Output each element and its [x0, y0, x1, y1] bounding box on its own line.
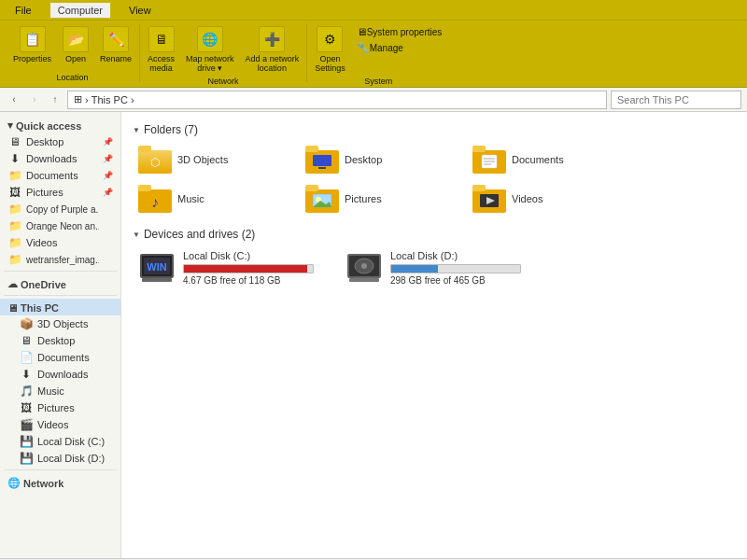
svg-rect-7: [318, 167, 326, 169]
sidebar-item-3dobjects[interactable]: 📦 3D Objects: [0, 315, 120, 332]
pin-icon-4: 📌: [103, 188, 113, 197]
svg-rect-15: [138, 185, 151, 191]
network-group-label: Network: [208, 77, 239, 86]
svg-rect-23: [472, 185, 486, 191]
sidebar-item-orange-neon[interactable]: 📁 Orange Neon an...: [0, 217, 120, 234]
sidebar-item-pc-documents[interactable]: 📄 Documents: [0, 349, 120, 366]
svg-point-34: [361, 263, 367, 269]
sidebar-item-local-d[interactable]: 💾 Local Disk (D:): [0, 450, 120, 467]
sidebar-item-videos[interactable]: 📁 Videos: [0, 234, 120, 251]
this-pc-section[interactable]: 🖥 This PC: [0, 299, 120, 315]
sidebar-item-pc-music[interactable]: 🎵 Music: [0, 383, 120, 399]
pictures-icon: 🖼: [7, 186, 22, 199]
drive-c-icon: 💾: [19, 435, 34, 448]
folder-documents-icon: [472, 146, 506, 174]
folder-3d-icon: ⬡: [138, 146, 172, 174]
svg-rect-6: [313, 155, 331, 166]
add-network-button[interactable]: ➕ Add a networklocation: [242, 24, 303, 75]
drive-c-bar-container: [183, 264, 314, 273]
sidebar: ▾ Quick access 🖥 Desktop 📌 ⬇ Downloads 📌…: [0, 112, 121, 558]
downloads-icon-2: ⬇: [19, 368, 34, 381]
folder-item-3dobjects[interactable]: ⬡ 3D Objects: [133, 142, 296, 177]
folder-pictures-icon: [305, 185, 339, 213]
drives-section-header: Devices and drives (2): [133, 228, 736, 241]
open-settings-button[interactable]: ⚙ OpenSettings: [311, 24, 349, 75]
ribbon-network-group: 🖥 Accessmedia 🌐 Map networkdrive ▾ ➕ Add…: [140, 24, 307, 82]
ribbon-location-group: 📋 Properties 📂 Open ✏️ Rename Location: [6, 24, 140, 82]
videos-icon: 📁: [7, 236, 22, 249]
sidebar-item-pictures[interactable]: 🖼 Pictures 📌: [0, 184, 120, 201]
properties-button[interactable]: 📋 Properties: [9, 24, 55, 65]
network-section[interactable]: 🌐 Network: [0, 473, 120, 491]
up-button[interactable]: ↑: [47, 91, 63, 108]
access-media-button[interactable]: 🖥 Accessmedia: [144, 24, 178, 75]
pin-icon-3: 📌: [103, 171, 113, 180]
sidebar-item-downloads[interactable]: ⬇ Downloads 📌: [0, 150, 120, 167]
folder-icon-2: 📁: [7, 219, 22, 232]
search-input[interactable]: [611, 91, 741, 109]
manage-button[interactable]: 🔧 Manage: [353, 40, 446, 56]
music-icon: 🎵: [19, 385, 34, 398]
main-layout: ▾ Quick access 🖥 Desktop 📌 ⬇ Downloads 📌…: [0, 112, 747, 558]
back-button[interactable]: ‹: [6, 91, 22, 108]
drive-item-c[interactable]: WIN Local Disk (C:) 4.67 GB free of 118 …: [133, 246, 329, 289]
folder-item-videos[interactable]: Videos: [467, 181, 630, 217]
folder-item-pictures[interactable]: Pictures: [300, 181, 463, 217]
svg-rect-2: [138, 146, 151, 152]
sidebar-item-pc-pictures[interactable]: 🖼 Pictures: [0, 399, 120, 416]
tab-view[interactable]: View: [121, 3, 159, 18]
svg-rect-35: [349, 278, 379, 282]
drive-d-icon: 💾: [19, 452, 34, 465]
tab-computer[interactable]: Computer: [50, 3, 110, 18]
folder-item-desktop[interactable]: Desktop: [300, 142, 463, 177]
rename-button[interactable]: ✏️ Rename: [96, 24, 135, 65]
address-path[interactable]: ⊞ › This PC ›: [67, 91, 607, 109]
content-area: Folders (7) ⬡ 3D Objects: [121, 112, 747, 558]
open-button[interactable]: 📂 Open: [59, 24, 92, 65]
sidebar-item-pc-videos[interactable]: 🎬 Videos: [0, 416, 120, 433]
svg-text:WIN: WIN: [147, 261, 166, 273]
computer-icon: 🖥: [7, 302, 18, 314]
chevron-down-icon: ▾: [7, 119, 13, 132]
quick-access-section: ▾ Quick access: [0, 116, 120, 133]
sidebar-item-desktop[interactable]: 🖥 Desktop 📌: [0, 133, 120, 150]
sidebar-item-local-c[interactable]: 💾 Local Disk (C:): [0, 433, 120, 450]
folder-icon: 📁: [7, 203, 22, 216]
sidebar-item-pc-downloads[interactable]: ⬇ Downloads: [0, 366, 120, 383]
path-this-pc: This PC: [92, 94, 128, 105]
folder-item-music[interactable]: ♪ Music: [133, 181, 296, 217]
properties-icon: 📋: [20, 26, 46, 52]
pictures-icon-2: 🖼: [19, 401, 34, 414]
map-network-button[interactable]: 🌐 Map networkdrive ▾: [182, 24, 238, 75]
svg-rect-18: [305, 185, 318, 191]
forward-button[interactable]: ›: [26, 91, 43, 108]
settings-icon: ⚙: [317, 26, 343, 52]
svg-rect-5: [305, 146, 318, 152]
onedrive-section[interactable]: ☁ OneDrive: [0, 274, 120, 292]
svg-rect-30: [142, 278, 172, 282]
sidebar-divider-3: [4, 469, 117, 470]
system-properties-button[interactable]: 🖥 System properties: [353, 24, 446, 39]
map-network-icon: 🌐: [197, 26, 223, 52]
drive-d-info: Local Disk (D:) 298 GB free of 465 GB: [390, 250, 530, 286]
svg-rect-9: [472, 146, 486, 152]
address-bar: ‹ › ↑ ⊞ › This PC ›: [0, 88, 747, 112]
drive-item-d[interactable]: Local Disk (D:) 298 GB free of 465 GB: [340, 246, 536, 289]
folder-videos-icon: [472, 185, 506, 213]
folder-item-documents[interactable]: Documents: [467, 142, 630, 177]
svg-text:♪: ♪: [151, 194, 159, 210]
ribbon-tabs: File Computer View: [0, 0, 747, 21]
manage-icon: 🔧: [357, 42, 370, 54]
folder-music-icon: ♪: [138, 185, 172, 213]
sidebar-item-pc-desktop[interactable]: 🖥 Desktop: [0, 332, 120, 349]
drive-c-info: Local Disk (C:) 4.67 GB free of 118 GB: [183, 250, 323, 286]
system-group-label: System: [364, 77, 392, 86]
sidebar-item-documents[interactable]: 📁 Documents 📌: [0, 167, 120, 184]
sidebar-item-wetransfer[interactable]: 📁 wetransfer_imag...: [0, 251, 120, 268]
documents-icon-2: 📄: [19, 351, 34, 364]
sidebar-divider-2: [4, 295, 117, 296]
add-network-icon: ➕: [259, 26, 285, 52]
drive-d-icon: [345, 250, 383, 284]
sidebar-item-copy-purple[interactable]: 📁 Copy of Purple a...: [0, 201, 120, 217]
tab-file[interactable]: File: [7, 3, 39, 18]
